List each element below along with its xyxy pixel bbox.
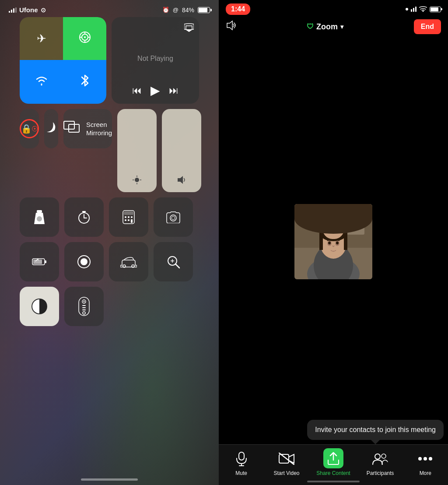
status-bar-left: Ufone ⊙ ⏰ @ 84% xyxy=(0,0,219,17)
wifi-right-icon xyxy=(419,6,427,13)
svg-point-80 xyxy=(424,457,427,460)
screen-mirroring-button[interactable]: Screen Mirroring xyxy=(63,109,112,148)
signal-bars-icon xyxy=(9,7,17,13)
audio-button[interactable] xyxy=(226,20,236,33)
battery-fill xyxy=(199,8,207,12)
share-content-button[interactable]: Share Content xyxy=(316,448,350,476)
more-label: More xyxy=(420,470,431,476)
magnifier-button[interactable] xyxy=(154,242,193,281)
svg-point-39 xyxy=(80,258,88,265)
timer-button[interactable] xyxy=(64,197,104,237)
svg-rect-30 xyxy=(131,219,133,223)
zoom-top-toolbar: 🛡 Zoom ▾ End xyxy=(219,17,448,39)
svg-point-77 xyxy=(375,454,380,459)
carrier-info: Ufone ⊙ xyxy=(9,6,46,14)
last-row xyxy=(20,287,199,326)
carplay-button[interactable] xyxy=(109,242,148,281)
volume-slider[interactable] xyxy=(162,109,201,192)
svg-point-26 xyxy=(128,216,130,218)
svg-point-29 xyxy=(128,219,130,221)
share-content-label: Share Content xyxy=(316,470,350,476)
wifi-toggle-button[interactable] xyxy=(20,60,63,104)
svg-rect-35 xyxy=(33,260,42,264)
svg-point-69 xyxy=(336,241,339,244)
svg-rect-51 xyxy=(82,307,86,308)
bluetooth-button[interactable] xyxy=(63,60,106,104)
home-indicator xyxy=(81,478,138,481)
apple-tv-remote-button[interactable] xyxy=(64,287,104,326)
svg-rect-58 xyxy=(338,213,364,235)
svg-point-62 xyxy=(320,228,346,259)
end-meeting-button[interactable]: End xyxy=(414,19,441,34)
cellular-button[interactable] xyxy=(63,17,106,60)
battery-status-button[interactable] xyxy=(20,242,59,281)
svg-point-18 xyxy=(37,216,42,221)
moon-icon xyxy=(44,120,58,137)
svg-rect-64 xyxy=(319,232,323,250)
utility-row-1 xyxy=(20,197,199,237)
do-not-disturb-button[interactable] xyxy=(44,109,58,148)
connectivity-grid: ✈ xyxy=(20,17,106,104)
battery-percent: 84% xyxy=(182,7,194,14)
participants-button[interactable]: Participants xyxy=(365,449,396,476)
media-top xyxy=(117,23,194,34)
mute-label: Mute xyxy=(235,470,247,476)
alarm-icon: ⏰ xyxy=(162,7,169,13)
invite-tooltip: Invite your contacts to join this meetin… xyxy=(307,420,444,440)
media-controls: ⏮ ▶ ⏭ xyxy=(132,83,178,98)
airplane-mode-button[interactable]: ✈ xyxy=(20,17,63,60)
svg-point-25 xyxy=(125,216,126,218)
brightness-icon xyxy=(132,175,142,187)
utility-row-2 xyxy=(20,242,199,281)
participant-video xyxy=(294,204,372,279)
carrier-name: Ufone xyxy=(19,6,38,14)
start-video-label: Start Video xyxy=(273,470,299,476)
calculator-button[interactable] xyxy=(109,197,148,237)
screen-record-button[interactable] xyxy=(64,242,104,281)
svg-rect-52 xyxy=(82,309,86,310)
svg-point-27 xyxy=(131,216,133,218)
svg-point-54 xyxy=(423,11,424,12)
zoom-time: 1:44 xyxy=(226,4,250,15)
svg-rect-65 xyxy=(344,232,347,250)
svg-point-53 xyxy=(83,312,85,314)
mute-button[interactable]: Mute xyxy=(226,449,257,476)
svg-line-43 xyxy=(175,264,179,268)
svg-point-10 xyxy=(135,178,139,182)
svg-point-28 xyxy=(125,219,126,221)
cellular-icon xyxy=(78,31,91,47)
brightness-slider[interactable] xyxy=(117,109,157,192)
screen-lock-button[interactable] xyxy=(20,109,39,148)
bluetooth-icon xyxy=(79,74,91,91)
wifi-toggle-icon xyxy=(35,74,49,90)
sliders xyxy=(117,109,201,192)
start-video-button[interactable]: Start Video xyxy=(271,449,302,476)
more-button[interactable]: More xyxy=(410,449,441,476)
screen-mirror-icon xyxy=(63,121,81,137)
airplay-icon[interactable] xyxy=(184,23,194,34)
rewind-button[interactable]: ⏮ xyxy=(132,85,142,96)
svg-point-49 xyxy=(84,301,85,302)
svg-rect-16 xyxy=(37,210,42,213)
zoom-meeting-screen: 1:44 xyxy=(219,0,448,485)
svg-marker-55 xyxy=(227,21,232,30)
zoom-bottom-toolbar: Mute Start Video Share Con xyxy=(219,444,448,485)
camera-button[interactable] xyxy=(154,197,193,237)
small-dot-icon xyxy=(406,8,408,11)
battery-right-icon xyxy=(430,7,441,12)
media-player: Not Playing ⏮ ▶ ⏭ xyxy=(112,17,199,104)
dark-mode-button[interactable] xyxy=(20,287,59,326)
screen-mirror-label: Screen Mirroring xyxy=(86,120,112,137)
video-area: Invite your contacts to join this meetin… xyxy=(219,39,448,444)
second-row: Screen Mirroring xyxy=(20,109,199,192)
svg-rect-9 xyxy=(69,124,79,132)
flashlight-button[interactable] xyxy=(20,197,59,237)
svg-rect-34 xyxy=(45,260,46,263)
top-row: ✈ xyxy=(20,17,199,104)
svg-point-78 xyxy=(382,454,386,458)
svg-point-31 xyxy=(170,215,176,221)
fast-forward-button[interactable]: ⏭ xyxy=(169,85,178,96)
play-button[interactable]: ▶ xyxy=(150,83,160,98)
meeting-name[interactable]: 🛡 Zoom ▾ xyxy=(307,22,343,32)
svg-point-32 xyxy=(172,216,175,220)
